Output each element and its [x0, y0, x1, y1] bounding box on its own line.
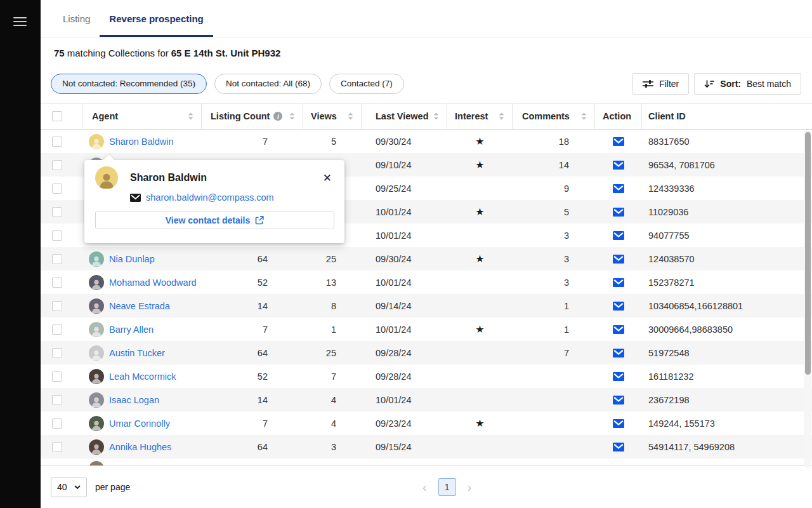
row-checkbox[interactable] [52, 231, 62, 241]
row-checkbox[interactable] [52, 207, 62, 217]
agent-name-link[interactable]: Nia Dunlap [109, 254, 155, 264]
views-cell: 8 [303, 294, 362, 318]
agent-name-link[interactable]: Umar Connolly [109, 418, 170, 429]
column-header-agent[interactable]: Agent [82, 104, 202, 129]
pill-contacted[interactable]: Contacted (7) [329, 74, 404, 94]
row-checkbox[interactable] [52, 160, 62, 170]
email-action-icon[interactable] [613, 349, 624, 358]
column-header-last_viewed[interactable]: Last Viewed [362, 104, 447, 129]
email-action-icon[interactable] [613, 443, 624, 451]
row-checkbox[interactable] [52, 137, 62, 147]
agent-name-link[interactable]: Neave Estrada [109, 301, 170, 311]
client-id-cell: 23672198 [642, 388, 812, 411]
pill-not-contacted-all[interactable]: Not contacted: All (68) [214, 74, 322, 94]
agent-name-link[interactable]: Annika Hughes [109, 442, 171, 452]
comments-cell: 5 [513, 200, 595, 224]
sort-icon[interactable] [499, 112, 504, 120]
column-header-comments[interactable]: Comments [513, 104, 595, 129]
email-action-icon[interactable] [613, 302, 624, 311]
sort-button[interactable]: Sort: Best match [694, 73, 801, 95]
current-page-button[interactable]: 1 [438, 478, 456, 496]
row-checkbox[interactable] [52, 348, 62, 358]
row-checkbox[interactable] [52, 301, 62, 311]
prev-page-icon[interactable]: ‹ [420, 481, 429, 493]
row-checkbox[interactable] [52, 277, 62, 288]
close-icon[interactable]: ✕ [320, 171, 334, 185]
summary-text: matching Collections for [67, 48, 169, 58]
tab-listing[interactable]: Listing [53, 2, 100, 37]
listing-count-cell: 64 [202, 435, 303, 458]
pill-not-contacted-recommended[interactable]: Not contacted: Recommended (35) [51, 74, 207, 94]
agent-email-link[interactable]: sharon.baldwin@compass.com [146, 192, 274, 203]
agent-cell: Neave Estrada [82, 294, 202, 318]
listing-count-cell: 64 [202, 247, 303, 271]
agent-name-link[interactable]: Sharon Baldwin [109, 137, 174, 147]
row-checkbox[interactable] [52, 324, 62, 335]
column-header-views[interactable]: Views [303, 104, 362, 129]
select-all-checkbox[interactable] [52, 111, 62, 121]
hamburger-menu-icon[interactable] [13, 17, 27, 27]
agent-name-link[interactable]: Austin Tucker [109, 348, 165, 358]
row-checkbox[interactable] [52, 184, 62, 194]
checkbox-cell [41, 271, 82, 294]
interest-cell [447, 224, 513, 247]
sort-icon[interactable] [433, 112, 439, 120]
sort-icon[interactable] [348, 112, 353, 120]
interest-cell [447, 364, 513, 388]
email-action-icon[interactable] [613, 208, 624, 217]
action-cell [595, 294, 642, 318]
interest-star-icon: ★ [447, 200, 513, 224]
last-viewed-cell: 10/01/24 [362, 200, 447, 224]
email-action-icon[interactable] [613, 137, 624, 146]
sort-icon[interactable] [289, 112, 295, 120]
column-header-listing_count[interactable]: Listing Counti [202, 104, 303, 129]
email-action-icon[interactable] [613, 255, 624, 264]
row-checkbox[interactable] [52, 254, 62, 264]
filter-button[interactable]: Filter [632, 73, 689, 95]
scrollbar-thumb[interactable] [805, 132, 811, 375]
email-action-icon[interactable] [613, 396, 624, 404]
agent-name-link[interactable]: Isaac Logan [109, 395, 159, 405]
view-contact-details-button[interactable]: View contact details [95, 211, 334, 229]
last-viewed-cell: 09/15/24 [362, 435, 447, 458]
table-header-row: AgentListing CountiViewsLast ViewedInter… [41, 104, 812, 130]
per-page-select[interactable]: 40 [51, 478, 87, 497]
interest-cell [447, 435, 513, 458]
email-action-icon[interactable] [613, 419, 624, 428]
tab-reverse-prospecting[interactable]: Reverse prospecting [100, 2, 213, 37]
row-checkbox[interactable] [52, 371, 62, 382]
interest-cell [447, 177, 513, 200]
client-id-cell: 11029036 [642, 200, 812, 224]
main-content: Listing Reverse prospecting 75 matching … [41, 0, 812, 508]
checkbox-cell [41, 130, 82, 153]
row-checkbox[interactable] [52, 442, 62, 452]
email-action-icon[interactable] [613, 372, 624, 381]
listing-count-cell: 7 [202, 130, 303, 153]
email-action-icon[interactable] [613, 231, 624, 240]
column-header-interest[interactable]: Interest [447, 104, 513, 129]
action-cell [595, 224, 642, 247]
info-icon[interactable]: i [273, 112, 282, 121]
agent-name-link[interactable]: Mohamad Woodward [109, 277, 197, 288]
next-page-icon[interactable]: › [465, 481, 475, 493]
email-action-icon[interactable] [613, 278, 624, 287]
agent-name-link[interactable]: Barry Allen [109, 324, 154, 335]
table-row: Austin Tucker642509/28/24751972548 [41, 341, 812, 364]
email-action-icon[interactable] [613, 161, 624, 170]
sort-icon[interactable] [188, 112, 193, 120]
last-viewed-cell: 09/30/24 [362, 130, 447, 153]
email-action-icon[interactable] [613, 325, 624, 334]
client-id-cell: 88317650 [642, 130, 812, 153]
agent-name-link[interactable]: Leah Mccormick [109, 371, 176, 382]
row-checkbox[interactable] [52, 418, 62, 429]
column-header-checkbox [41, 104, 82, 129]
agent-avatar [89, 134, 104, 149]
row-checkbox[interactable] [52, 395, 62, 405]
agent-cell: Annika Hughes [82, 435, 202, 458]
scrollbar[interactable] [804, 130, 811, 468]
interest-star-icon: ★ [447, 247, 513, 271]
email-action-icon[interactable] [613, 184, 624, 193]
sort-icon[interactable] [581, 112, 587, 120]
last-viewed-cell: 09/14/24 [362, 294, 447, 318]
agent-avatar [89, 275, 104, 290]
